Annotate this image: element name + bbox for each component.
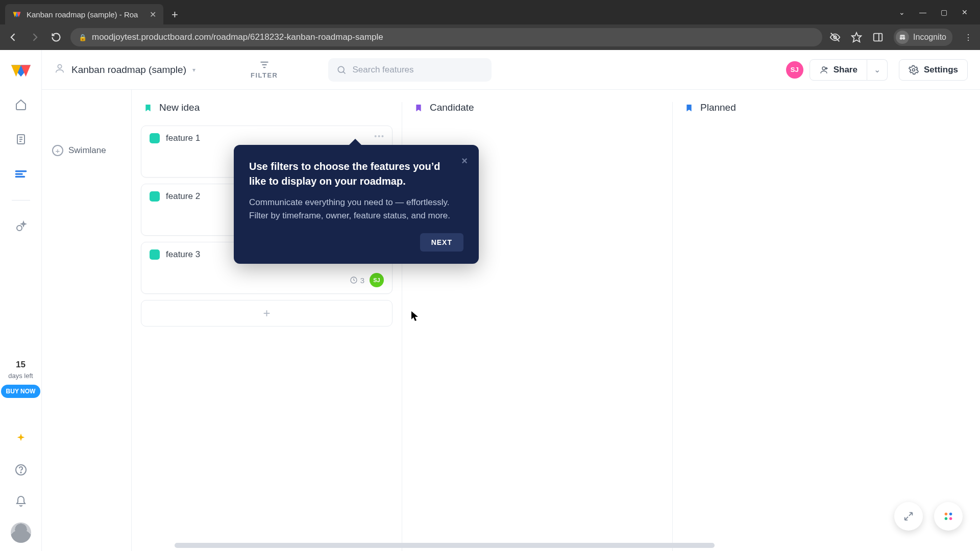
svg-point-8: [900, 37, 902, 39]
bell-icon[interactable]: [10, 491, 32, 512]
plus-circle-icon: +: [52, 145, 63, 156]
tab-title: Kanban roadmap (sample) - Roa: [27, 10, 144, 19]
column-title: New idea: [159, 102, 200, 113]
settings-label: Settings: [924, 65, 958, 75]
home-icon[interactable]: [10, 94, 32, 115]
clock-icon: [350, 276, 358, 284]
url-text: moodjoytest.productboard.com/roadmap/621…: [92, 32, 383, 42]
share-button[interactable]: Share: [810, 59, 867, 81]
apps-icon[interactable]: [934, 502, 963, 531]
user-avatar[interactable]: [11, 522, 31, 543]
sparkle-icon[interactable]: [10, 428, 32, 449]
kebab-menu-icon[interactable]: ⋮: [963, 32, 974, 43]
svg-marker-5: [852, 33, 861, 42]
eye-off-icon[interactable]: [829, 32, 841, 43]
notes-icon[interactable]: [10, 129, 32, 150]
bookmark-icon: [685, 103, 693, 113]
share-icon: [819, 65, 828, 74]
page-title-group: Kanban roadmap (sample) ▾: [54, 63, 195, 77]
app-root: 15 days left BUY NOW Kanban roadmap: [0, 50, 980, 551]
assignee-avatar[interactable]: SJ: [370, 273, 384, 287]
star-icon[interactable]: [851, 32, 862, 43]
browser-tab[interactable]: Kanban roadmap (sample) - Roa ✕: [5, 4, 163, 24]
trial-badge: 15 days left BUY NOW: [1, 360, 41, 398]
minimize-icon[interactable]: ―: [919, 8, 926, 16]
svg-point-27: [338, 66, 344, 72]
lock-icon: 🔒: [79, 34, 87, 41]
svg-point-29: [822, 67, 825, 70]
card-title: feature 1: [166, 133, 200, 143]
gear-icon: [909, 65, 919, 75]
incognito-label: Incognito: [913, 33, 946, 42]
coach-close-icon[interactable]: ×: [461, 155, 468, 167]
chevron-down-icon[interactable]: ⌄: [899, 8, 905, 16]
swimlane-column: + Swimlane: [42, 90, 132, 551]
coach-body: Communicate everything you need to — eff…: [249, 196, 463, 223]
card-title: feature 2: [166, 191, 200, 202]
expand-icon[interactable]: [894, 502, 923, 531]
column-header[interactable]: New idea: [141, 102, 393, 113]
maximize-icon[interactable]: ▢: [941, 8, 947, 16]
coach-tooltip: × Use filters to choose the features you…: [234, 145, 479, 264]
svg-point-34: [945, 513, 948, 516]
bookmark-icon: [414, 103, 423, 113]
svg-line-28: [343, 71, 345, 73]
card-tag-icon: [150, 249, 160, 260]
svg-point-36: [945, 517, 948, 520]
settings-button[interactable]: Settings: [899, 59, 968, 81]
column-title: Planned: [700, 102, 736, 113]
filter-label: FILTER: [251, 71, 278, 79]
tab-bar: Kanban roadmap (sample) - Roa ✕ + ⌄ ― ▢ …: [0, 0, 980, 24]
user-chip[interactable]: SJ: [786, 61, 803, 79]
svg-point-9: [902, 37, 905, 39]
nav-back-icon[interactable]: [6, 30, 20, 44]
address-bar: 🔒 moodjoytest.productboard.com/roadmap/6…: [0, 24, 980, 50]
coach-heading: Use filters to choose the features you’d…: [249, 159, 463, 189]
coach-next-button[interactable]: NEXT: [420, 233, 463, 252]
persona-icon: [54, 63, 65, 77]
buy-now-button[interactable]: BUY NOW: [1, 385, 41, 398]
swimlane-label: Swimlane: [68, 145, 106, 156]
share-label: Share: [834, 65, 857, 75]
filter-button[interactable]: FILTER: [251, 60, 278, 79]
search-box[interactable]: [328, 58, 492, 82]
panel-icon[interactable]: [872, 32, 884, 43]
ai-spark-icon[interactable]: [10, 216, 32, 237]
tab-close-icon[interactable]: ✕: [150, 10, 156, 19]
url-input[interactable]: 🔒 moodjoytest.productboard.com/roadmap/6…: [70, 28, 822, 46]
brand-logo-icon[interactable]: [10, 59, 32, 81]
card-tag-icon: [150, 133, 160, 143]
left-rail: 15 days left BUY NOW: [0, 50, 42, 551]
svg-point-23: [58, 65, 61, 68]
browser-chrome: Kanban roadmap (sample) - Roa ✕ + ⌄ ― ▢ …: [0, 0, 980, 50]
insights-count: 3: [350, 276, 364, 285]
search-icon: [336, 65, 347, 75]
incognito-icon: [896, 31, 909, 44]
add-swimlane-button[interactable]: + Swimlane: [42, 145, 131, 156]
svg-point-20: [17, 226, 22, 231]
topbar: Kanban roadmap (sample) ▾ FILTER SJ Shar…: [42, 50, 980, 90]
new-tab-button[interactable]: +: [163, 8, 186, 24]
roadmap-icon[interactable]: [10, 163, 32, 185]
add-card-button[interactable]: +: [141, 300, 393, 327]
title-caret-icon[interactable]: ▾: [192, 66, 195, 73]
floating-actions: [894, 502, 963, 531]
column-header[interactable]: Planned: [682, 102, 949, 113]
column-title: Candidate: [430, 102, 474, 113]
close-window-icon[interactable]: ✕: [962, 8, 968, 16]
bookmark-icon: [144, 103, 152, 113]
favicon-icon: [12, 10, 21, 19]
share-caret-button[interactable]: ⌄: [867, 59, 888, 81]
horizontal-scrollbar[interactable]: [175, 543, 715, 548]
svg-point-37: [949, 517, 952, 520]
nav-forward-icon: [28, 30, 42, 44]
card-menu-icon[interactable]: •••: [374, 132, 385, 140]
card-tag-icon: [150, 191, 160, 202]
search-input[interactable]: [353, 65, 483, 75]
incognito-badge[interactable]: Incognito: [894, 29, 952, 46]
reload-icon[interactable]: [49, 30, 63, 44]
trial-days-label: days left: [8, 372, 33, 380]
column-header[interactable]: Candidate: [411, 102, 663, 113]
svg-rect-6: [874, 34, 883, 41]
help-icon[interactable]: [10, 459, 32, 481]
